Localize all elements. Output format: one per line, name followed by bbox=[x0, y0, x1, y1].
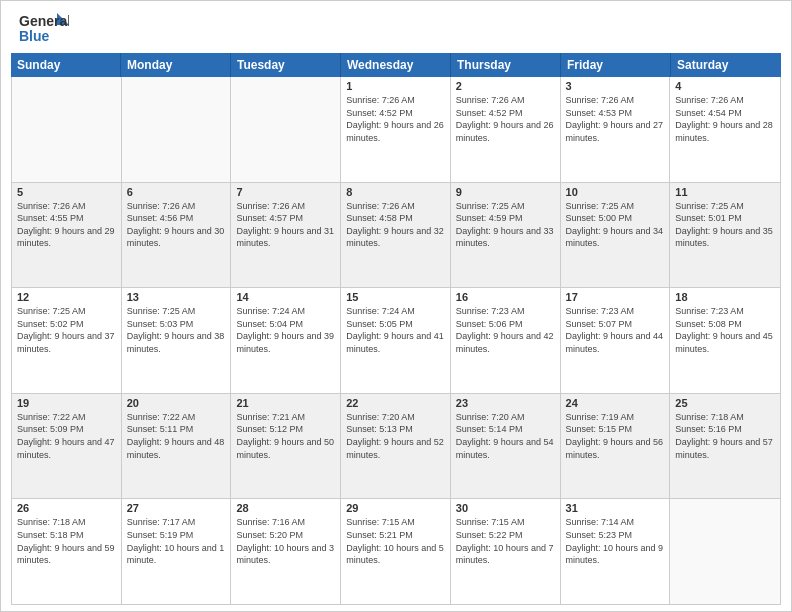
cell-info: Sunrise: 7:26 AM Sunset: 4:58 PM Dayligh… bbox=[346, 200, 445, 250]
day-cell-5: 5Sunrise: 7:26 AM Sunset: 4:55 PM Daylig… bbox=[12, 183, 122, 288]
empty-cell bbox=[122, 77, 232, 182]
header-cell-sunday: Sunday bbox=[11, 53, 121, 77]
cell-info: Sunrise: 7:17 AM Sunset: 5:19 PM Dayligh… bbox=[127, 516, 226, 566]
calendar-week-2: 5Sunrise: 7:26 AM Sunset: 4:55 PM Daylig… bbox=[12, 183, 780, 289]
header: GeneralBlue bbox=[1, 1, 791, 53]
cell-info: Sunrise: 7:22 AM Sunset: 5:11 PM Dayligh… bbox=[127, 411, 226, 461]
day-cell-22: 22Sunrise: 7:20 AM Sunset: 5:13 PM Dayli… bbox=[341, 394, 451, 499]
day-cell-20: 20Sunrise: 7:22 AM Sunset: 5:11 PM Dayli… bbox=[122, 394, 232, 499]
cell-info: Sunrise: 7:25 AM Sunset: 5:00 PM Dayligh… bbox=[566, 200, 665, 250]
calendar-week-4: 19Sunrise: 7:22 AM Sunset: 5:09 PM Dayli… bbox=[12, 394, 780, 500]
cell-info: Sunrise: 7:26 AM Sunset: 4:56 PM Dayligh… bbox=[127, 200, 226, 250]
cell-info: Sunrise: 7:26 AM Sunset: 4:52 PM Dayligh… bbox=[456, 94, 555, 144]
cell-info: Sunrise: 7:16 AM Sunset: 5:20 PM Dayligh… bbox=[236, 516, 335, 566]
day-number: 10 bbox=[566, 186, 665, 198]
header-cell-saturday: Saturday bbox=[671, 53, 781, 77]
day-cell-2: 2Sunrise: 7:26 AM Sunset: 4:52 PM Daylig… bbox=[451, 77, 561, 182]
day-cell-8: 8Sunrise: 7:26 AM Sunset: 4:58 PM Daylig… bbox=[341, 183, 451, 288]
svg-text:Blue: Blue bbox=[19, 28, 50, 44]
day-cell-23: 23Sunrise: 7:20 AM Sunset: 5:14 PM Dayli… bbox=[451, 394, 561, 499]
day-number: 31 bbox=[566, 502, 665, 514]
day-number: 11 bbox=[675, 186, 775, 198]
day-cell-12: 12Sunrise: 7:25 AM Sunset: 5:02 PM Dayli… bbox=[12, 288, 122, 393]
header-cell-thursday: Thursday bbox=[451, 53, 561, 77]
day-cell-25: 25Sunrise: 7:18 AM Sunset: 5:16 PM Dayli… bbox=[670, 394, 780, 499]
day-number: 8 bbox=[346, 186, 445, 198]
cell-info: Sunrise: 7:25 AM Sunset: 5:02 PM Dayligh… bbox=[17, 305, 116, 355]
day-cell-1: 1Sunrise: 7:26 AM Sunset: 4:52 PM Daylig… bbox=[341, 77, 451, 182]
day-number: 9 bbox=[456, 186, 555, 198]
day-cell-26: 26Sunrise: 7:18 AM Sunset: 5:18 PM Dayli… bbox=[12, 499, 122, 604]
cell-info: Sunrise: 7:14 AM Sunset: 5:23 PM Dayligh… bbox=[566, 516, 665, 566]
day-cell-4: 4Sunrise: 7:26 AM Sunset: 4:54 PM Daylig… bbox=[670, 77, 780, 182]
day-number: 13 bbox=[127, 291, 226, 303]
cell-info: Sunrise: 7:26 AM Sunset: 4:57 PM Dayligh… bbox=[236, 200, 335, 250]
cell-info: Sunrise: 7:18 AM Sunset: 5:18 PM Dayligh… bbox=[17, 516, 116, 566]
day-cell-24: 24Sunrise: 7:19 AM Sunset: 5:15 PM Dayli… bbox=[561, 394, 671, 499]
cell-info: Sunrise: 7:23 AM Sunset: 5:07 PM Dayligh… bbox=[566, 305, 665, 355]
day-number: 14 bbox=[236, 291, 335, 303]
day-cell-11: 11Sunrise: 7:25 AM Sunset: 5:01 PM Dayli… bbox=[670, 183, 780, 288]
cell-info: Sunrise: 7:23 AM Sunset: 5:06 PM Dayligh… bbox=[456, 305, 555, 355]
day-number: 19 bbox=[17, 397, 116, 409]
day-cell-28: 28Sunrise: 7:16 AM Sunset: 5:20 PM Dayli… bbox=[231, 499, 341, 604]
cell-info: Sunrise: 7:18 AM Sunset: 5:16 PM Dayligh… bbox=[675, 411, 775, 461]
header-cell-monday: Monday bbox=[121, 53, 231, 77]
day-number: 30 bbox=[456, 502, 555, 514]
day-cell-29: 29Sunrise: 7:15 AM Sunset: 5:21 PM Dayli… bbox=[341, 499, 451, 604]
day-cell-15: 15Sunrise: 7:24 AM Sunset: 5:05 PM Dayli… bbox=[341, 288, 451, 393]
day-cell-3: 3Sunrise: 7:26 AM Sunset: 4:53 PM Daylig… bbox=[561, 77, 671, 182]
day-number: 18 bbox=[675, 291, 775, 303]
calendar-week-3: 12Sunrise: 7:25 AM Sunset: 5:02 PM Dayli… bbox=[12, 288, 780, 394]
day-cell-27: 27Sunrise: 7:17 AM Sunset: 5:19 PM Dayli… bbox=[122, 499, 232, 604]
cell-info: Sunrise: 7:26 AM Sunset: 4:53 PM Dayligh… bbox=[566, 94, 665, 144]
day-number: 12 bbox=[17, 291, 116, 303]
cell-info: Sunrise: 7:20 AM Sunset: 5:13 PM Dayligh… bbox=[346, 411, 445, 461]
cell-info: Sunrise: 7:21 AM Sunset: 5:12 PM Dayligh… bbox=[236, 411, 335, 461]
logo: GeneralBlue bbox=[19, 11, 69, 47]
calendar-header: SundayMondayTuesdayWednesdayThursdayFrid… bbox=[11, 53, 781, 77]
day-cell-6: 6Sunrise: 7:26 AM Sunset: 4:56 PM Daylig… bbox=[122, 183, 232, 288]
logo-icon: GeneralBlue bbox=[19, 11, 69, 47]
cell-info: Sunrise: 7:26 AM Sunset: 4:52 PM Dayligh… bbox=[346, 94, 445, 144]
empty-cell bbox=[12, 77, 122, 182]
empty-cell bbox=[231, 77, 341, 182]
cell-info: Sunrise: 7:15 AM Sunset: 5:22 PM Dayligh… bbox=[456, 516, 555, 566]
day-cell-30: 30Sunrise: 7:15 AM Sunset: 5:22 PM Dayli… bbox=[451, 499, 561, 604]
calendar-week-1: 1Sunrise: 7:26 AM Sunset: 4:52 PM Daylig… bbox=[12, 77, 780, 183]
day-number: 27 bbox=[127, 502, 226, 514]
day-cell-14: 14Sunrise: 7:24 AM Sunset: 5:04 PM Dayli… bbox=[231, 288, 341, 393]
day-number: 17 bbox=[566, 291, 665, 303]
calendar-week-5: 26Sunrise: 7:18 AM Sunset: 5:18 PM Dayli… bbox=[12, 499, 780, 604]
day-cell-7: 7Sunrise: 7:26 AM Sunset: 4:57 PM Daylig… bbox=[231, 183, 341, 288]
day-cell-16: 16Sunrise: 7:23 AM Sunset: 5:06 PM Dayli… bbox=[451, 288, 561, 393]
cell-info: Sunrise: 7:24 AM Sunset: 5:04 PM Dayligh… bbox=[236, 305, 335, 355]
day-number: 2 bbox=[456, 80, 555, 92]
day-number: 21 bbox=[236, 397, 335, 409]
day-number: 3 bbox=[566, 80, 665, 92]
day-number: 25 bbox=[675, 397, 775, 409]
header-cell-wednesday: Wednesday bbox=[341, 53, 451, 77]
day-cell-21: 21Sunrise: 7:21 AM Sunset: 5:12 PM Dayli… bbox=[231, 394, 341, 499]
day-number: 6 bbox=[127, 186, 226, 198]
cell-info: Sunrise: 7:25 AM Sunset: 5:01 PM Dayligh… bbox=[675, 200, 775, 250]
day-number: 23 bbox=[456, 397, 555, 409]
day-number: 29 bbox=[346, 502, 445, 514]
svg-text:General: General bbox=[19, 13, 69, 29]
day-number: 20 bbox=[127, 397, 226, 409]
day-cell-17: 17Sunrise: 7:23 AM Sunset: 5:07 PM Dayli… bbox=[561, 288, 671, 393]
cell-info: Sunrise: 7:24 AM Sunset: 5:05 PM Dayligh… bbox=[346, 305, 445, 355]
day-cell-9: 9Sunrise: 7:25 AM Sunset: 4:59 PM Daylig… bbox=[451, 183, 561, 288]
day-cell-13: 13Sunrise: 7:25 AM Sunset: 5:03 PM Dayli… bbox=[122, 288, 232, 393]
cell-info: Sunrise: 7:20 AM Sunset: 5:14 PM Dayligh… bbox=[456, 411, 555, 461]
day-number: 16 bbox=[456, 291, 555, 303]
day-number: 24 bbox=[566, 397, 665, 409]
day-number: 15 bbox=[346, 291, 445, 303]
cell-info: Sunrise: 7:26 AM Sunset: 4:54 PM Dayligh… bbox=[675, 94, 775, 144]
header-cell-friday: Friday bbox=[561, 53, 671, 77]
empty-cell bbox=[670, 499, 780, 604]
day-number: 22 bbox=[346, 397, 445, 409]
cell-info: Sunrise: 7:25 AM Sunset: 4:59 PM Dayligh… bbox=[456, 200, 555, 250]
cell-info: Sunrise: 7:22 AM Sunset: 5:09 PM Dayligh… bbox=[17, 411, 116, 461]
cell-info: Sunrise: 7:19 AM Sunset: 5:15 PM Dayligh… bbox=[566, 411, 665, 461]
